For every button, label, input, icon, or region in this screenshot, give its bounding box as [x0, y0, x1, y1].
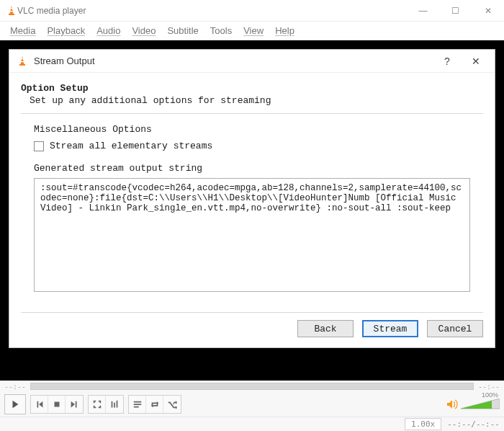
nav-button-group [30, 395, 84, 414]
equalizer-icon [109, 399, 120, 409]
seek-slider[interactable] [30, 383, 474, 390]
prev-icon [35, 399, 45, 409]
svg-rect-6 [54, 402, 59, 407]
window-maximize-button[interactable]: ☐ [439, 0, 472, 22]
svg-rect-4 [21, 58, 23, 59]
window-close-button[interactable]: ✕ [472, 0, 504, 22]
volume-control: 100% [446, 399, 500, 410]
dialog-button-row: Back Stream Cancel [9, 320, 495, 347]
generated-string-textarea[interactable]: :sout=#transcode{vcodec=h264,acodec=mpga… [34, 178, 470, 292]
seek-bar-row: --:-- --:-- [0, 381, 504, 392]
stream-button[interactable]: Stream [362, 320, 418, 337]
dialog-help-button[interactable]: ? [436, 51, 459, 71]
volume-percent-label: 100% [482, 391, 498, 399]
svg-rect-1 [10, 8, 12, 9]
menu-playback[interactable]: Playback [42, 24, 89, 37]
window-titlebar: VLC media player — ☐ ✕ [0, 0, 504, 22]
dialog-title: Stream Output [34, 55, 95, 66]
shuffle-icon [167, 399, 177, 409]
svg-rect-5 [21, 61, 24, 62]
dialog-titlebar: Stream Output ? ✕ [9, 50, 495, 73]
prev-button[interactable] [31, 396, 48, 413]
menu-audio[interactable]: Audio [92, 24, 125, 37]
loop-button[interactable] [146, 396, 163, 413]
generated-string-label: Generated stream output string [21, 163, 483, 174]
stream-all-label: Stream all elementary streams [50, 141, 212, 151]
shuffle-button[interactable] [163, 396, 181, 413]
playlist-button-group [128, 395, 181, 414]
dialog-body: Option Setup Set up any additional optio… [9, 73, 495, 313]
option-setup-heading: Option Setup [21, 83, 483, 94]
svg-rect-3 [19, 64, 25, 66]
view-button-group [88, 395, 124, 414]
back-button[interactable]: Back [297, 320, 354, 337]
stream-all-row: Stream all elementary streams [21, 141, 483, 151]
playback-speed[interactable]: 1.00x [405, 418, 441, 430]
play-icon [10, 399, 20, 409]
menu-help[interactable]: Help [271, 24, 299, 37]
fullscreen-button[interactable] [89, 396, 106, 413]
status-bar: 1.00x --:--/--:-- [0, 417, 504, 431]
option-setup-subheading: Set up any additional options for stream… [21, 94, 483, 106]
cancel-button[interactable]: Cancel [427, 320, 483, 337]
next-button[interactable] [66, 396, 83, 413]
playlist-button[interactable] [129, 396, 146, 413]
fullscreen-icon [92, 399, 102, 409]
divider [21, 113, 483, 114]
stop-icon [52, 399, 62, 409]
window-minimize-button[interactable]: — [407, 0, 439, 22]
menu-view[interactable]: View [239, 24, 268, 37]
menubar: Media Playback Audio Video Subtitle Tool… [0, 22, 504, 40]
play-button[interactable] [4, 394, 26, 414]
menu-media[interactable]: Media [6, 24, 40, 37]
volume-slider[interactable] [461, 399, 500, 410]
playback-time: --:--/--:-- [447, 419, 500, 429]
speaker-icon[interactable] [446, 399, 458, 409]
next-icon [69, 399, 79, 409]
svg-rect-0 [9, 14, 14, 15]
window-title: VLC media player [17, 6, 407, 16]
svg-rect-2 [10, 11, 14, 12]
stream-output-dialog: Stream Output ? ✕ Option Setup Set up an… [9, 49, 495, 348]
playlist-icon [132, 399, 143, 409]
menu-video[interactable]: Video [127, 24, 160, 37]
menu-tools[interactable]: Tools [206, 24, 236, 37]
stop-button[interactable] [48, 396, 66, 413]
misc-options-label: Miscellaneous Options [21, 124, 483, 135]
vlc-cone-icon [17, 55, 28, 67]
vlc-cone-icon [6, 5, 17, 17]
divider [21, 312, 483, 313]
stream-all-checkbox[interactable] [34, 141, 44, 151]
menu-subtitle[interactable]: Subtitle [163, 24, 202, 37]
total-time-label: --:-- [478, 383, 500, 391]
player-controls: 100% [0, 392, 504, 417]
elapsed-time-label: --:-- [4, 383, 26, 391]
extended-settings-button[interactable] [106, 396, 123, 413]
dialog-close-button[interactable]: ✕ [464, 51, 487, 71]
loop-icon [150, 399, 160, 409]
